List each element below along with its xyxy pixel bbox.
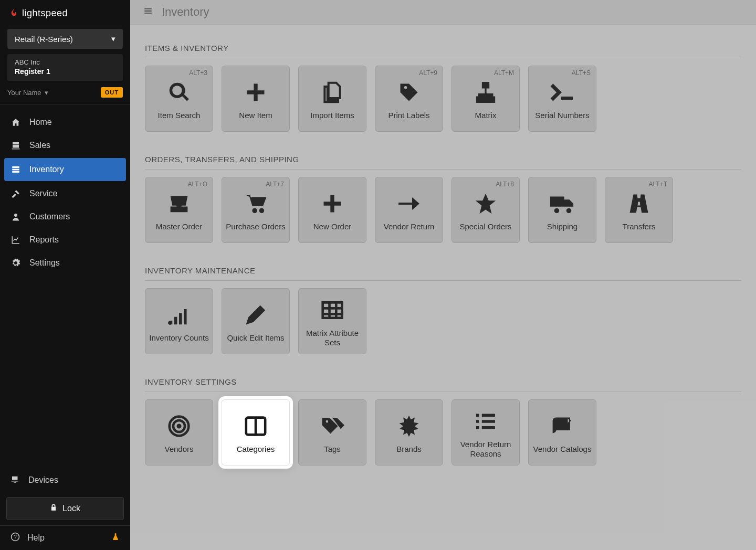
sidebar-item-home[interactable]: Home — [0, 111, 130, 134]
tile-shipping[interactable]: Shipping — [528, 177, 596, 243]
sidebar-item-sales[interactable]: Sales — [0, 134, 130, 157]
list-icon — [474, 406, 497, 437]
pencil-icon — [245, 300, 267, 330]
section-title: ORDERS, TRANSFERS, AND SHIPPING — [145, 146, 741, 170]
files-icon — [321, 77, 344, 108]
product-selector-label: Retail (R-Series) — [15, 35, 73, 44]
lock-button[interactable]: Lock — [6, 497, 124, 520]
shortcut-label: ALT+S — [572, 69, 591, 77]
tile-tags[interactable]: Tags — [298, 399, 366, 466]
arrow-right-icon — [396, 188, 422, 219]
page-title: Inventory — [162, 5, 209, 19]
tile-label: Tags — [324, 445, 341, 454]
tile-master-order[interactable]: ALT+OMaster Order — [145, 177, 213, 243]
svg-point-5 — [176, 424, 181, 428]
help-icon: ? — [10, 532, 20, 544]
tile-label: Matrix Attribute Sets — [302, 329, 363, 347]
sidebar-item-label: Reports — [29, 235, 59, 245]
tile-label: Serial Numbers — [535, 111, 589, 120]
user-menu[interactable]: Your Name ▾ — [7, 89, 48, 97]
content-area: ITEMS & INVENTORYALT+3Item SearchNew Ite… — [130, 25, 756, 501]
tile-label: Vendor Return — [384, 222, 435, 231]
sidebar-item-help[interactable]: ? Help — [0, 525, 130, 550]
tile-row: ALT+3Item SearchNew ItemImport ItemsALT+… — [145, 66, 741, 132]
devices-label: Devices — [28, 475, 58, 485]
tile-row: VendorsCategoriesTagsBrandsVendor Return… — [145, 399, 741, 466]
shortcut-label: ALT+8 — [496, 181, 514, 188]
shortcut-label: ALT+3 — [189, 69, 207, 77]
inventory-icon — [10, 165, 21, 174]
shortcut-label: ALT+O — [188, 181, 207, 188]
sitemap-icon — [474, 77, 497, 108]
tile-import-items[interactable]: Import Items — [298, 66, 366, 132]
brand-logo: lightspeed — [0, 0, 130, 25]
help-label: Help — [27, 533, 45, 543]
user-icon — [10, 212, 21, 221]
sidebar-item-settings[interactable]: Settings — [0, 251, 130, 274]
chevron-down-icon: ▾ — [45, 89, 48, 97]
tile-label: Brands — [396, 445, 422, 454]
sidebar-item-devices[interactable]: Devices — [0, 468, 130, 493]
tile-label: Item Search — [158, 111, 201, 120]
tile-row: ALT+OMaster OrderALT+7Purchase OrdersNew… — [145, 177, 741, 243]
sidebar-bottom: Devices Lock ? Help — [0, 468, 130, 550]
tile-label: Transfers — [623, 222, 656, 231]
sidebar-item-reports[interactable]: Reports — [0, 228, 130, 251]
sidebar-item-label: Inventory — [29, 165, 64, 174]
tile-purchase-orders[interactable]: ALT+7Purchase Orders — [222, 177, 290, 243]
tile-matrix-attribute-sets[interactable]: Matrix Attribute Sets — [298, 288, 366, 354]
plus-icon — [321, 188, 344, 219]
tile-label: Vendors — [164, 445, 193, 454]
section-title: INVENTORY SETTINGS — [145, 369, 741, 392]
tile-vendor-catalogs[interactable]: Vendor Catalogs — [528, 399, 596, 466]
tile-label: Quick Edit Items — [227, 333, 284, 343]
sidebar-item-service[interactable]: Service — [0, 182, 130, 205]
tile-label: Matrix — [475, 111, 497, 120]
company-name: ABC Inc — [15, 58, 116, 66]
sidebar-item-label: Settings — [29, 258, 60, 268]
shortcut-label: ALT+T — [649, 181, 667, 188]
tile-transfers[interactable]: ALT+TTransfers — [605, 177, 673, 243]
sidebar-item-customers[interactable]: Customers — [0, 205, 130, 228]
tile-new-order[interactable]: New Order — [298, 177, 366, 243]
brand-text: lightspeed — [22, 8, 68, 19]
burst-icon — [397, 411, 421, 441]
company-register-box[interactable]: ABC Inc Register 1 — [7, 54, 123, 81]
flask-icon — [111, 532, 120, 544]
terminal-icon — [550, 77, 575, 108]
tile-vendor-return[interactable]: Vendor Return — [375, 177, 443, 243]
tile-vendors[interactable]: Vendors — [145, 399, 213, 466]
page-header: Inventory — [130, 0, 756, 25]
tile-brands[interactable]: Brands — [375, 399, 443, 466]
sidebar-item-inventory[interactable]: Inventory — [4, 158, 126, 181]
tile-new-item[interactable]: New Item — [222, 66, 290, 132]
section-title: INVENTORY MAINTENANCE — [145, 258, 741, 281]
tile-vendor-return-reasons[interactable]: Vendor Return Reasons — [452, 399, 520, 466]
lock-icon — [50, 504, 57, 513]
tile-label: Shipping — [547, 222, 578, 231]
product-selector[interactable]: Retail (R-Series) ▾ — [7, 29, 123, 49]
tag-icon — [397, 77, 421, 108]
tile-special-orders[interactable]: ALT+8Special Orders — [452, 177, 520, 243]
section-title: ITEMS & INVENTORY — [145, 35, 741, 58]
inventory-icon — [143, 5, 153, 19]
tile-matrix[interactable]: ALT+MMatrix — [452, 66, 520, 132]
tile-serial-numbers[interactable]: ALT+SSerial Numbers — [528, 66, 596, 132]
tile-categories[interactable]: Categories — [222, 399, 290, 466]
user-name-label: Your Name — [7, 89, 41, 97]
tile-print-labels[interactable]: ALT+9Print Labels — [375, 66, 443, 132]
sidebar-item-label: Customers — [29, 212, 70, 221]
out-badge[interactable]: OUT — [101, 87, 123, 98]
tile-quick-edit-items[interactable]: Quick Edit Items — [222, 288, 290, 354]
table-icon — [321, 295, 344, 325]
sidebar-item-label: Service — [29, 189, 57, 198]
main-content: Inventory ITEMS & INVENTORYALT+3Item Sea… — [130, 0, 756, 550]
tile-inventory-counts[interactable]: Inventory Counts — [145, 288, 213, 354]
tile-item-search[interactable]: ALT+3Item Search — [145, 66, 213, 132]
devices-icon — [10, 474, 20, 486]
shortcut-label: ALT+M — [494, 69, 514, 77]
chart-icon — [10, 235, 21, 245]
inbox-icon — [167, 188, 191, 219]
gear-icon — [10, 258, 21, 268]
tile-label: New Item — [239, 111, 272, 120]
